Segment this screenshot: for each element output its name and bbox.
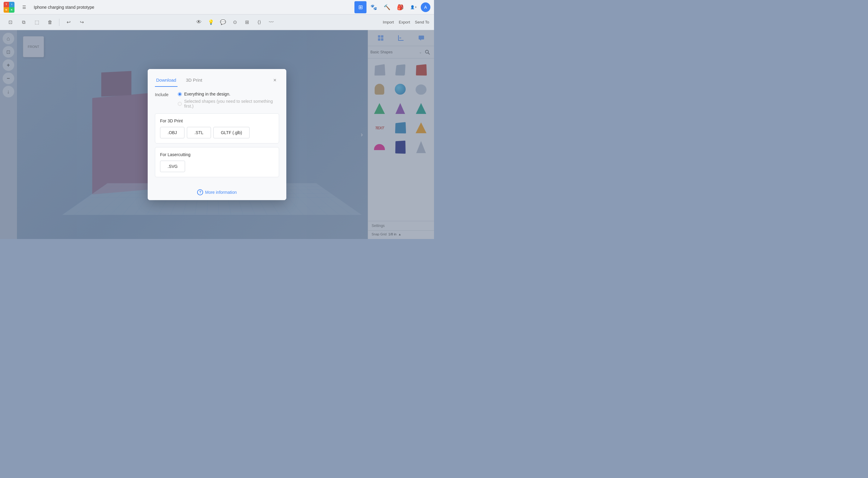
main-area: ⌂ ⊡ + − ↓ FRONT ›	[0, 30, 434, 239]
logo-i: I	[9, 2, 14, 7]
download-modal: Download 3D Print × Include Everything i…	[148, 69, 286, 200]
menu-icon[interactable]: ☰	[18, 1, 30, 13]
for-3d-print-title: For 3D Print	[160, 119, 274, 123]
nav-icons: ⊞ 🐾 🔨 🎒 👤+ A	[354, 1, 430, 13]
radio-all-label: Everything in the design.	[184, 92, 230, 96]
top-nav: T I N K ☰ Iphone charging stand prototyp…	[0, 0, 434, 14]
svg-button[interactable]: .SVG	[160, 161, 185, 172]
select-tool-button[interactable]: ⊡	[5, 17, 16, 28]
resources-icon[interactable]: 🎒	[394, 1, 406, 13]
stl-button[interactable]: .STL	[187, 127, 211, 138]
logo-k: K	[9, 7, 14, 13]
for-lasercutting-card: For Lasercutting .SVG	[155, 147, 279, 177]
modal-close-button[interactable]: ×	[271, 76, 279, 85]
mirror-button[interactable]: ⊞	[242, 17, 253, 28]
modal-overlay: Download 3D Print × Include Everything i…	[0, 30, 434, 239]
send-to-button[interactable]: Send To	[415, 20, 429, 24]
modal-footer: ? More information	[148, 186, 286, 200]
import-button[interactable]: Import	[383, 20, 394, 24]
include-row: Include Everything in the design. Select…	[155, 92, 279, 108]
tab-download[interactable]: Download	[155, 74, 178, 87]
add-user-icon[interactable]: 👤+	[407, 1, 420, 13]
export-button[interactable]: Export	[399, 20, 410, 24]
toolbar-center: 👁 💡 💬 ⊙ ⊞ ⟨⟩ 〰	[90, 17, 380, 28]
path-button[interactable]: 〰	[266, 17, 277, 28]
radio-all-option[interactable]: Everything in the design.	[178, 92, 279, 96]
for-3d-print-card: For 3D Print .OBJ .STL GLTF (.glb)	[155, 113, 279, 144]
logo-t: T	[4, 2, 9, 7]
app-logo[interactable]: T I N K	[4, 2, 14, 13]
tools-icon[interactable]: 🔨	[381, 1, 393, 13]
copy-button[interactable]: ⧉	[18, 17, 29, 28]
comment-button[interactable]: 💬	[218, 17, 228, 28]
more-info-link[interactable]: ? More information	[197, 189, 237, 195]
light-button[interactable]: 💡	[206, 17, 216, 28]
radio-selected-option[interactable]: Selected shapes (you need to select some…	[178, 99, 279, 108]
more-info-label: More information	[205, 190, 237, 195]
logo-n: N	[4, 7, 9, 13]
format-grid-3d: .OBJ .STL GLTF (.glb)	[160, 127, 274, 138]
community-icon[interactable]: 🐾	[368, 1, 380, 13]
modal-body: Include Everything in the design. Select…	[148, 87, 286, 186]
redo-button[interactable]: ↪	[76, 17, 87, 28]
tab-3dprint[interactable]: 3D Print	[185, 74, 204, 87]
align-button[interactable]: ⊙	[230, 17, 241, 28]
toolbar-actions: Import Export Send To	[383, 20, 429, 24]
toolbar: ⊡ ⧉ ⬚ 🗑 ↩ ↪ 👁 💡 💬 ⊙ ⊞ ⟨⟩ 〰 Import Export…	[0, 14, 434, 30]
view-mode-button[interactable]: 👁	[193, 17, 204, 28]
undo-button[interactable]: ↩	[63, 17, 74, 28]
radio-selected-input[interactable]	[178, 102, 182, 106]
obj-button[interactable]: .OBJ	[160, 127, 184, 138]
radio-all-input[interactable]	[178, 92, 182, 96]
group-button[interactable]: ⬚	[31, 17, 42, 28]
radio-selected-label: Selected shapes (you need to select some…	[184, 99, 279, 108]
for-lasercutting-title: For Lasercutting	[160, 152, 274, 157]
include-options: Everything in the design. Selected shape…	[178, 92, 279, 108]
project-title: Iphone charging stand prototype	[34, 5, 351, 10]
modal-tabs: Download 3D Print	[155, 74, 204, 87]
include-label: Include	[155, 92, 173, 97]
more-info-icon: ?	[197, 189, 203, 195]
pattern-button[interactable]: ⟨⟩	[254, 17, 265, 28]
format-grid-laser: .SVG	[160, 161, 274, 172]
grid-view-icon[interactable]: ⊞	[354, 1, 367, 13]
toolbar-separator	[59, 19, 59, 26]
delete-button[interactable]: 🗑	[44, 17, 56, 28]
avatar[interactable]: A	[421, 2, 430, 12]
modal-header: Download 3D Print ×	[148, 69, 286, 87]
gltf-button[interactable]: GLTF (.glb)	[213, 127, 250, 138]
